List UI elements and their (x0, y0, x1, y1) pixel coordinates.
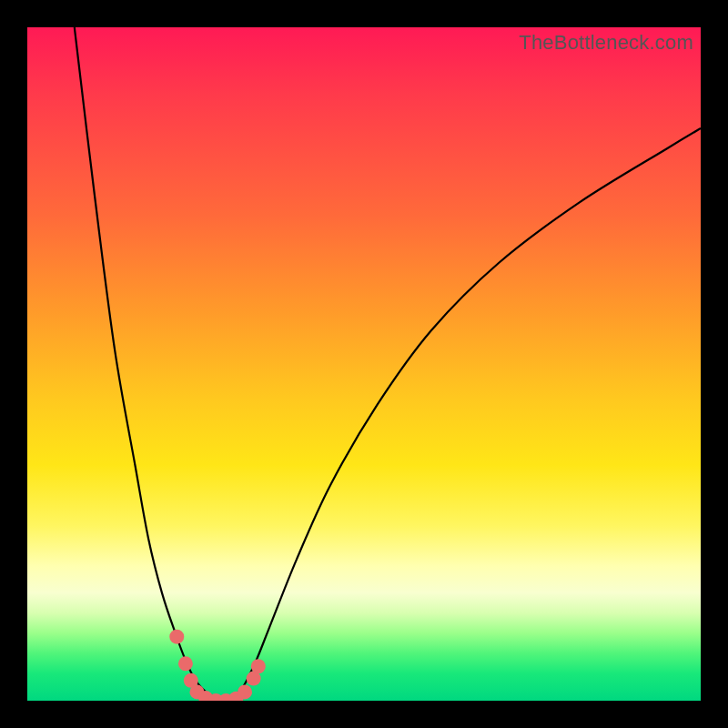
curves-svg (27, 27, 701, 701)
data-marker (169, 630, 184, 644)
watermark-label: TheBottleneck.com (519, 31, 693, 55)
right-curve (229, 128, 701, 701)
chart-container: TheBottleneck.com (0, 0, 728, 728)
data-marker (238, 684, 252, 699)
data-marker (178, 656, 193, 671)
plot-area: TheBottleneck.com (27, 27, 701, 701)
data-marker (251, 659, 266, 673)
left-curve (75, 27, 229, 701)
markers-group (169, 630, 266, 701)
